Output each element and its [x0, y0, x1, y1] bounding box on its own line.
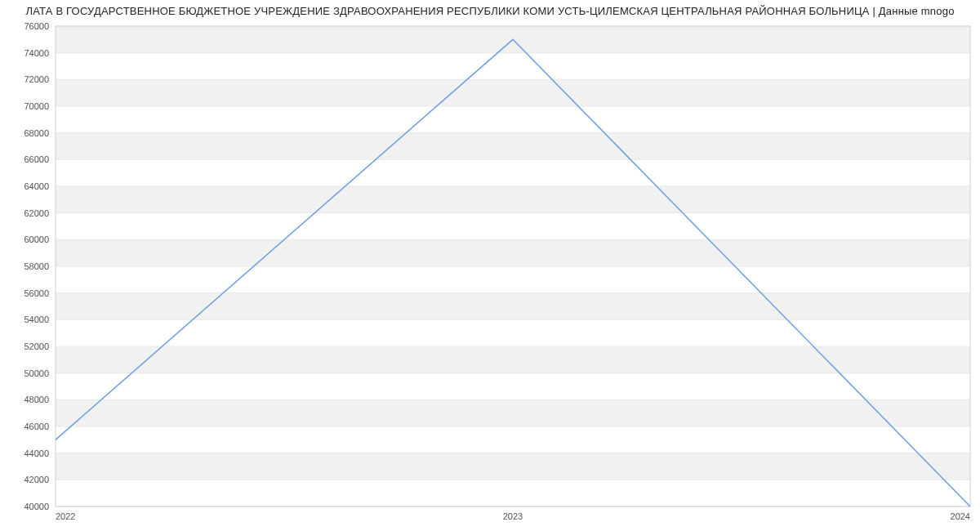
svg-text:54000: 54000 — [24, 315, 49, 324]
svg-text:76000: 76000 — [24, 23, 49, 31]
svg-text:62000: 62000 — [24, 208, 49, 218]
svg-text:50000: 50000 — [24, 368, 49, 378]
svg-text:70000: 70000 — [24, 101, 49, 111]
chart-title: ЛАТА В ГОСУДАРСТВЕННОЕ БЮДЖЕТНОЕ УЧРЕЖДЕ… — [0, 0, 980, 17]
svg-text:42000: 42000 — [24, 475, 49, 484]
svg-text:2023: 2023 — [503, 511, 523, 521]
svg-rect-7 — [56, 79, 970, 106]
line-chart-svg: 4000042000440004600048000500005200054000… — [0, 23, 980, 529]
svg-text:46000: 46000 — [24, 422, 49, 431]
svg-text:48000: 48000 — [24, 395, 49, 404]
svg-text:68000: 68000 — [24, 128, 49, 138]
svg-text:74000: 74000 — [24, 48, 49, 58]
svg-text:44000: 44000 — [24, 448, 49, 458]
svg-text:2024: 2024 — [951, 511, 970, 521]
svg-rect-0 — [56, 453, 970, 480]
svg-text:58000: 58000 — [24, 261, 49, 271]
svg-rect-3 — [56, 293, 970, 320]
svg-text:66000: 66000 — [24, 154, 49, 164]
svg-text:52000: 52000 — [24, 341, 49, 351]
chart-area: 4000042000440004600048000500005200054000… — [0, 23, 980, 529]
svg-text:56000: 56000 — [24, 288, 49, 298]
svg-text:64000: 64000 — [24, 181, 49, 191]
svg-text:72000: 72000 — [24, 74, 49, 84]
svg-rect-1 — [56, 399, 970, 426]
svg-text:40000: 40000 — [24, 502, 49, 511]
svg-text:60000: 60000 — [24, 234, 49, 244]
svg-text:2022: 2022 — [56, 511, 75, 521]
svg-rect-4 — [56, 239, 970, 266]
svg-rect-2 — [56, 346, 970, 373]
svg-rect-6 — [56, 133, 970, 160]
svg-rect-5 — [56, 186, 970, 213]
